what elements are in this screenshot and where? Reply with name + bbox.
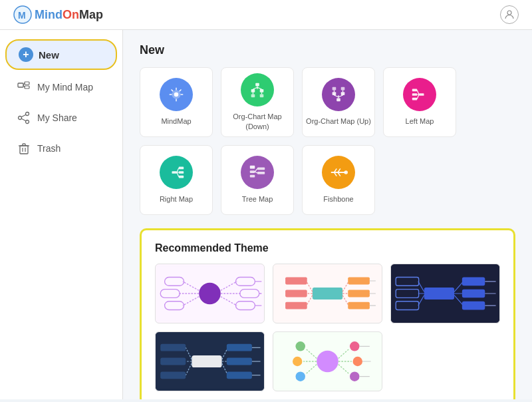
svg-rect-110 <box>424 288 454 300</box>
svg-rect-58 <box>179 176 184 178</box>
right-map-label: Right Map <box>160 194 193 204</box>
sidebar-item-my-mind-map[interactable]: My Mind Map <box>5 73 117 102</box>
svg-rect-41 <box>332 87 336 91</box>
map-card-mindmap[interactable]: MindMap <box>140 67 213 137</box>
trash-icon <box>17 142 31 155</box>
svg-rect-29 <box>251 89 255 93</box>
new-plus-icon: + <box>19 47 33 62</box>
svg-rect-93 <box>313 288 342 300</box>
recommended-title: Recommended Theme <box>155 242 500 254</box>
svg-line-61 <box>177 172 179 177</box>
svg-line-68 <box>255 172 257 173</box>
svg-rect-64 <box>250 175 255 178</box>
svg-line-45 <box>338 95 343 97</box>
svg-rect-50 <box>412 93 417 96</box>
svg-rect-48 <box>419 93 424 96</box>
svg-rect-95 <box>285 278 307 285</box>
svg-rect-120 <box>462 290 485 298</box>
svg-point-156 <box>350 371 359 381</box>
sidebar-item-trash[interactable]: Trash <box>5 134 117 163</box>
user-avatar[interactable] <box>500 5 519 24</box>
org-up-label: Org-Chart Map (Up) <box>306 116 371 126</box>
svg-line-27 <box>180 90 182 92</box>
left-map-label: Left Map <box>406 116 434 126</box>
map-card-org-down[interactable]: Org-Chart Map(Down) <box>221 67 294 137</box>
svg-point-8 <box>26 112 29 116</box>
logo-mind: Mind <box>35 8 63 22</box>
svg-rect-66 <box>257 172 265 174</box>
theme-grid <box>155 264 500 391</box>
map-grid: MindMap Org-Chart Map(Down) Org-Chart Ma… <box>140 67 515 215</box>
svg-rect-103 <box>348 290 370 298</box>
map-card-left-map[interactable]: Left Map <box>383 67 456 137</box>
svg-line-26 <box>172 90 174 92</box>
svg-rect-65 <box>257 168 265 170</box>
logo-icon: M <box>13 5 32 24</box>
svg-point-2 <box>507 11 511 15</box>
new-button[interactable]: + New <box>5 39 117 70</box>
sidebar-item-label: My Share <box>37 112 77 123</box>
recommended-section: Recommended Theme <box>140 228 515 399</box>
svg-rect-133 <box>160 371 186 379</box>
svg-line-44 <box>334 95 338 97</box>
theme-card-2[interactable] <box>273 264 382 323</box>
svg-point-21 <box>174 93 179 97</box>
sidebar-item-label: My Mind Map <box>37 82 93 93</box>
share-icon <box>17 111 31 124</box>
svg-rect-62 <box>250 166 255 169</box>
svg-rect-32 <box>260 95 264 98</box>
svg-text:M: M <box>18 10 26 21</box>
svg-point-76 <box>199 283 221 305</box>
tree-map-label: Tree Map <box>242 194 273 204</box>
map-card-right-map[interactable]: Right Map <box>140 145 213 215</box>
svg-point-150 <box>296 371 305 381</box>
org-down-icon <box>241 73 274 106</box>
svg-rect-56 <box>179 167 184 170</box>
svg-rect-39 <box>332 93 336 96</box>
svg-rect-129 <box>160 344 186 351</box>
theme-card-5[interactable] <box>273 331 382 391</box>
svg-rect-105 <box>348 302 370 309</box>
svg-rect-137 <box>227 358 252 365</box>
left-map-icon <box>403 78 436 111</box>
svg-line-35 <box>257 87 262 89</box>
svg-rect-4 <box>25 82 29 85</box>
org-down-label: Org-Chart Map(Down) <box>233 112 281 131</box>
svg-line-11 <box>21 114 26 117</box>
theme-card-4[interactable] <box>155 331 265 391</box>
svg-rect-63 <box>250 171 255 174</box>
svg-point-9 <box>26 120 29 124</box>
svg-rect-38 <box>336 99 340 102</box>
theme-card-3[interactable] <box>390 264 500 323</box>
new-section-title: New <box>140 43 515 57</box>
svg-rect-31 <box>251 95 255 98</box>
map-card-tree-map[interactable]: Tree Map <box>221 145 294 215</box>
svg-line-34 <box>253 87 257 89</box>
svg-point-152 <box>350 341 359 351</box>
svg-rect-57 <box>179 171 184 174</box>
fishbone-label: Fishbone <box>323 194 353 204</box>
map-card-fishbone[interactable]: Fishbone <box>302 145 375 215</box>
svg-line-59 <box>177 168 179 173</box>
svg-point-144 <box>317 351 338 373</box>
svg-line-54 <box>417 95 419 99</box>
mindmap-icon <box>160 78 193 111</box>
svg-rect-51 <box>412 98 417 100</box>
mindmap-label: MindMap <box>161 116 191 126</box>
org-up-icon <box>322 78 355 111</box>
map-card-org-up[interactable]: Org-Chart Map (Up) <box>302 67 375 137</box>
logo-map: Map <box>79 8 103 22</box>
svg-rect-135 <box>227 344 252 351</box>
svg-line-52 <box>417 91 419 95</box>
mind-map-icon <box>17 81 31 94</box>
content-area: New MindMap Org-Chart Map(Down) <box>123 30 532 399</box>
right-map-icon <box>160 156 193 189</box>
svg-rect-97 <box>285 290 307 298</box>
sidebar-item-my-share[interactable]: My Share <box>5 103 117 132</box>
svg-rect-13 <box>20 146 28 154</box>
theme-card-1[interactable] <box>155 264 265 323</box>
svg-rect-118 <box>462 278 485 286</box>
sidebar-item-label: Trash <box>37 143 61 154</box>
svg-rect-30 <box>260 89 264 93</box>
new-label: New <box>39 49 59 61</box>
